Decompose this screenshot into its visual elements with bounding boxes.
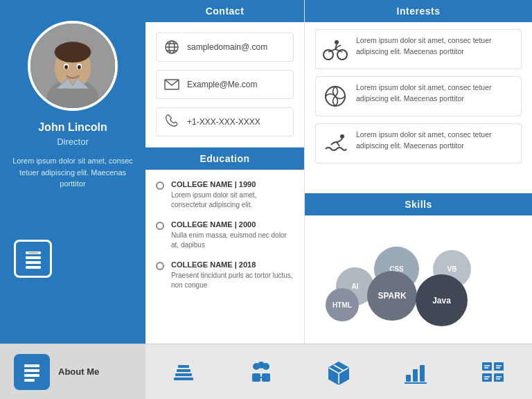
edu-desc-1: Lorem ipsum dolor sit amet, consectetur …	[171, 190, 294, 210]
svg-point-4	[55, 42, 91, 62]
education-section-header: Education	[145, 148, 304, 170]
nav-item-chart[interactable]	[403, 360, 428, 384]
contact-phone-value: +1-XXX-XXX-XXXX	[187, 117, 260, 127]
person-bio: Lorem ipsum dolor sit amet, consec tetue…	[10, 155, 135, 190]
nav-item-dashboard[interactable]	[480, 360, 506, 384]
email-icon	[162, 75, 181, 94]
svg-rect-13	[28, 252, 38, 254]
bottom-nav	[145, 344, 532, 399]
svg-rect-42	[413, 369, 418, 382]
about-me-bottom: About Me	[0, 344, 145, 399]
svg-point-24	[340, 134, 344, 139]
edu-item-2: COLLEGE NAME | 2000 Nulla enim massa, eu…	[156, 220, 294, 250]
svg-rect-41	[406, 375, 411, 382]
svg-rect-47	[482, 373, 492, 382]
svg-rect-48	[494, 373, 504, 382]
edu-desc-2: Nulla enim massa, euismod nec dolor at, …	[171, 231, 294, 250]
interest-text-1: Lorem ipsum dolor sit amet, consec tetue…	[356, 35, 515, 57]
globe-icon	[162, 37, 181, 57]
svg-point-8	[78, 65, 81, 69]
phone-icon	[162, 112, 181, 132]
about-me-icon-box[interactable]	[14, 240, 52, 278]
content-area: John Lincoln Director Lorem ipsum dolor …	[0, 0, 532, 344]
avatar	[28, 21, 118, 111]
svg-point-7	[64, 65, 68, 69]
svg-rect-43	[420, 365, 425, 382]
interests-section: Lorem ipsum dolor sit amet, consec tetue…	[305, 22, 532, 193]
contact-section-header: Contact	[145, 0, 304, 22]
edu-item-3: COLLEGE NAME | 2018 Praesent tincidunt p…	[156, 260, 294, 290]
skills-chart: AICSSVBHTMLSPARKJava	[315, 229, 522, 333]
edu-dot-2	[156, 222, 164, 230]
svg-rect-27	[24, 369, 39, 372]
nav-item-box[interactable]	[326, 360, 351, 384]
main-container: John Lincoln Director Lorem ipsum dolor …	[0, 0, 532, 399]
education-section: COLLEGE NAME | 1990 Lorem ipsum dolor si…	[145, 170, 304, 344]
skill-bubble-html: HTML	[326, 288, 359, 321]
svg-point-22	[335, 40, 339, 44]
interest-item-3: Lorem ipsum dolor sit amet, consec tetue…	[315, 123, 522, 163]
edu-dot-3	[156, 262, 164, 270]
skills-section-header: Skills	[305, 193, 532, 215]
svg-rect-28	[24, 374, 39, 377]
basketball-icon	[321, 82, 349, 110]
svg-rect-32	[177, 369, 190, 372]
contact-email-value: Example@Me.com	[187, 80, 258, 89]
interest-item-1: Lorem ipsum dolor sit amet, consec tetue…	[315, 29, 522, 69]
about-me-icon-container	[14, 240, 52, 278]
svg-rect-30	[174, 378, 193, 380]
skill-bubble-java: Java	[416, 274, 468, 326]
contact-item-email: Example@Me.com	[156, 70, 294, 99]
svg-rect-10	[26, 256, 41, 259]
cycling-icon	[321, 35, 349, 63]
interest-item-2: Lorem ipsum dolor sit amet, consec tetue…	[315, 76, 522, 116]
edu-title-2: COLLEGE NAME | 2000	[171, 220, 294, 229]
person-title: Director	[57, 136, 89, 147]
svg-rect-11	[26, 261, 41, 264]
interest-text-3: Lorem ipsum dolor sit amet, consec tetue…	[356, 130, 515, 152]
svg-rect-29	[24, 379, 35, 382]
svg-rect-26	[27, 365, 37, 366]
left-panel: John Lincoln Director Lorem ipsum dolor …	[0, 0, 145, 344]
svg-rect-31	[175, 373, 192, 376]
skill-bubble-spark: SPARK	[367, 271, 417, 321]
middle-panel: Contact sampledomain@.com	[145, 0, 305, 344]
about-me-icon-nav[interactable]	[14, 354, 50, 390]
contact-item-phone: +1-XXX-XXX-XXXX	[156, 107, 294, 136]
nav-item-books[interactable]	[171, 360, 196, 384]
about-me-label: About Me	[58, 366, 99, 377]
right-panel: Interests Lor	[305, 0, 532, 344]
swimming-icon	[321, 130, 349, 157]
edu-item-1: COLLEGE NAME | 1990 Lorem ipsum dolor si…	[156, 180, 294, 210]
edu-desc-3: Praesent tincidunt purls ac tortor luctu…	[171, 271, 294, 290]
bottom-nav-container: About Me	[0, 344, 532, 399]
interests-section-header: Interests	[305, 0, 532, 22]
person-name: John Lincoln	[38, 121, 107, 134]
contact-section: sampledomain@.com Example@Me.com	[145, 22, 304, 148]
edu-title-3: COLLEGE NAME | 2018	[171, 260, 294, 269]
svg-rect-46	[494, 362, 504, 371]
svg-rect-33	[178, 365, 189, 368]
skills-section: AICSSVBHTMLSPARKJava	[305, 215, 532, 344]
contact-website-value: sampledomain@.com	[187, 42, 267, 52]
contact-item-website: sampledomain@.com	[156, 33, 294, 62]
interest-text-2: Lorem ipsum dolor sit amet, consec tetue…	[356, 82, 515, 105]
svg-point-36	[258, 362, 265, 369]
edu-dot-1	[156, 181, 164, 190]
svg-rect-45	[482, 362, 492, 371]
nav-item-team[interactable]	[248, 360, 274, 384]
edu-title-1: COLLEGE NAME | 1990	[171, 180, 294, 188]
svg-rect-12	[26, 266, 41, 269]
